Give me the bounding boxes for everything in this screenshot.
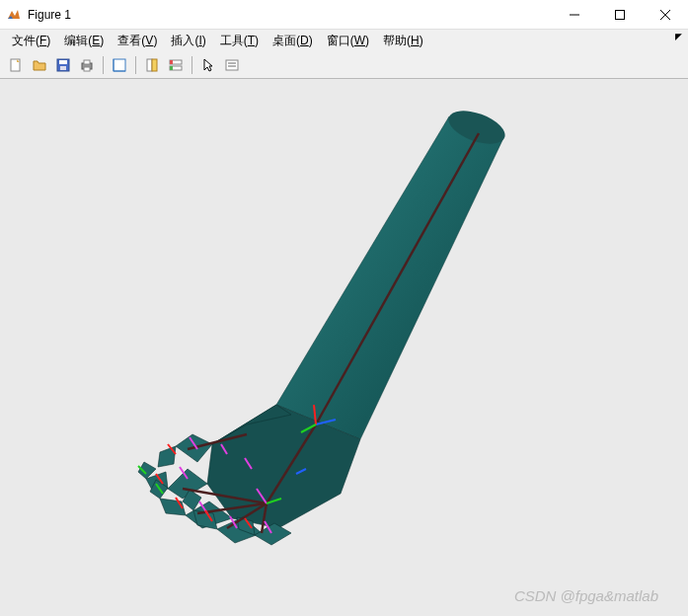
- svg-rect-19: [170, 60, 173, 64]
- menu-tools[interactable]: 工具(T): [214, 31, 265, 51]
- maximize-button[interactable]: [597, 0, 643, 30]
- svg-rect-7: [59, 60, 67, 64]
- new-file-icon: [8, 57, 24, 73]
- menubar-overflow-icon[interactable]: ◤: [675, 32, 682, 41]
- svg-marker-38: [255, 523, 291, 545]
- toolbar: [0, 51, 688, 79]
- toolbar-separator: [135, 56, 136, 74]
- svg-rect-1: [616, 11, 625, 20]
- close-icon: [660, 10, 670, 20]
- print-icon: [79, 57, 95, 73]
- insert-colorbar-button[interactable]: [165, 54, 187, 76]
- link-axes-button[interactable]: [141, 54, 163, 76]
- new-figure-button[interactable]: [5, 54, 27, 76]
- menubar: 文件(F) 编辑(E) 查看(V) 插入(I) 工具(T) 桌面(D) 窗口(W…: [0, 30, 688, 51]
- window-title: Figure 1: [28, 8, 71, 22]
- svg-marker-24: [276, 116, 503, 439]
- save-button[interactable]: [52, 54, 74, 76]
- menu-help[interactable]: 帮助(H): [377, 31, 429, 51]
- edit-plot-icon: [112, 57, 127, 73]
- pointer-button[interactable]: [197, 54, 219, 76]
- minimize-icon: [570, 10, 579, 20]
- open-file-button[interactable]: [29, 54, 50, 76]
- svg-rect-12: [114, 59, 125, 71]
- open-folder-icon: [32, 57, 47, 73]
- svg-rect-16: [152, 59, 157, 71]
- menu-view[interactable]: 查看(V): [112, 31, 163, 51]
- menu-window[interactable]: 窗口(W): [321, 31, 375, 51]
- minimize-button[interactable]: [552, 0, 597, 30]
- arm-hand-3d-model: [0, 79, 688, 616]
- svg-rect-15: [147, 59, 152, 71]
- svg-rect-21: [226, 60, 238, 70]
- maximize-icon: [615, 10, 625, 20]
- pointer-icon: [200, 57, 216, 73]
- legend-icon: [224, 57, 240, 73]
- menu-desktop[interactable]: 桌面(D): [267, 31, 319, 51]
- window-controls: [552, 0, 688, 29]
- svg-rect-10: [84, 60, 90, 64]
- print-button[interactable]: [76, 54, 98, 76]
- save-icon: [55, 57, 71, 73]
- edit-plot-button[interactable]: [109, 54, 130, 76]
- menu-edit[interactable]: 编辑(E): [58, 31, 110, 51]
- toolbar-separator: [191, 56, 192, 74]
- svg-rect-8: [60, 66, 66, 70]
- svg-line-26: [316, 133, 479, 424]
- menu-insert[interactable]: 插入(I): [165, 31, 211, 51]
- link-icon: [144, 57, 160, 73]
- svg-rect-20: [170, 66, 173, 70]
- matlab-figure-icon: [6, 7, 22, 23]
- svg-rect-11: [84, 67, 90, 71]
- close-button[interactable]: [643, 0, 688, 30]
- titlebar: Figure 1: [0, 0, 688, 30]
- menu-file[interactable]: 文件(F): [6, 31, 56, 51]
- insert-legend-button[interactable]: [221, 54, 243, 76]
- figure-canvas[interactable]: CSDN @fpga&matlab: [0, 79, 688, 616]
- colorbar-icon: [168, 57, 184, 73]
- toolbar-separator: [103, 56, 104, 74]
